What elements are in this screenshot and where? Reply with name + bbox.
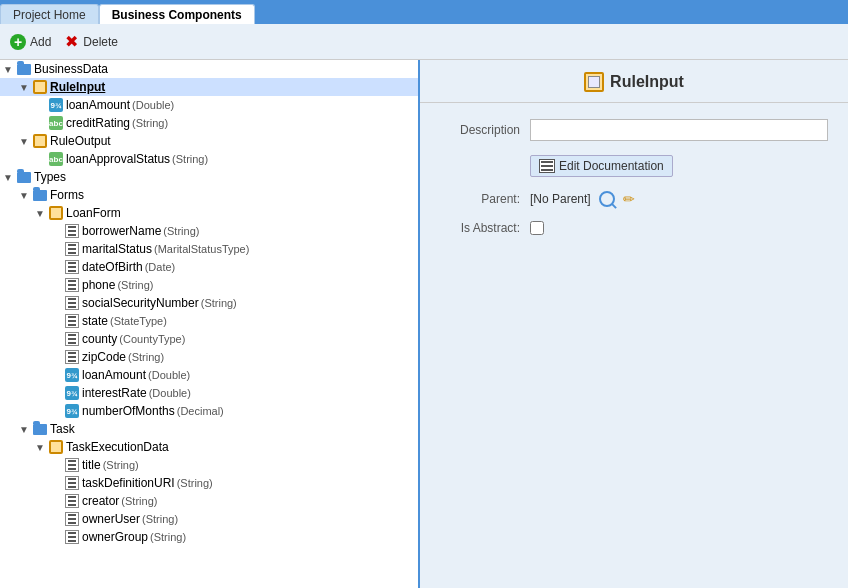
- type-label: (Double): [149, 387, 191, 399]
- type-label: (String): [201, 297, 237, 309]
- tree-node-title[interactable]: title (String): [0, 456, 418, 474]
- expander: [48, 241, 64, 257]
- tree-node-ssn[interactable]: socialSecurityNumber (String): [0, 294, 418, 312]
- type-label: (Double): [132, 99, 174, 111]
- right-panel-title: RuleInput: [610, 73, 684, 91]
- tree-node-ownergroup[interactable]: ownerGroup (String): [0, 528, 418, 546]
- expander[interactable]: ▼: [0, 169, 16, 185]
- description-input[interactable]: [530, 119, 828, 141]
- tree-node-loanamount[interactable]: 9¾ loanAmount (Double): [0, 96, 418, 114]
- node-label: loanAmount: [66, 98, 130, 112]
- node-label: taskDefinitionURI: [82, 476, 175, 490]
- description-label: Description: [440, 123, 520, 137]
- tree-node-numberofmonths[interactable]: 9¾ numberOfMonths (Decimal): [0, 402, 418, 420]
- class-icon: [32, 79, 48, 95]
- tree-node-creator[interactable]: creator (String): [0, 492, 418, 510]
- type-label: (String): [103, 459, 139, 471]
- tree-node-taskdefinitionuri[interactable]: taskDefinitionURI (String): [0, 474, 418, 492]
- expander[interactable]: ▼: [16, 79, 32, 95]
- pencil-icon[interactable]: ✏: [623, 191, 635, 207]
- tree-node-creditrating[interactable]: abc creditRating (String): [0, 114, 418, 132]
- tree-node-loanform[interactable]: ▼ LoanForm: [0, 204, 418, 222]
- tree-node-taskexecutiondata[interactable]: ▼ TaskExecutionData: [0, 438, 418, 456]
- right-panel-icon: [584, 72, 604, 92]
- tree-node-types[interactable]: ▼ Types: [0, 168, 418, 186]
- tree-node-loanapprovalstatus[interactable]: abc loanApprovalStatus (String): [0, 150, 418, 168]
- tree-node-loanamount2[interactable]: 9¾ loanAmount (Double): [0, 366, 418, 384]
- parent-row: Parent: [No Parent] ✏: [440, 191, 828, 207]
- tree-node-zipcode[interactable]: zipCode (String): [0, 348, 418, 366]
- toolbar: + Add ✖ Delete: [0, 24, 848, 60]
- node-label: creditRating: [66, 116, 130, 130]
- node-label: ownerUser: [82, 512, 140, 526]
- tab-business-components[interactable]: Business Components: [99, 4, 255, 24]
- string-icon: abc: [48, 151, 64, 167]
- node-label: numberOfMonths: [82, 404, 175, 418]
- is-abstract-checkbox[interactable]: [530, 221, 544, 235]
- tree-node-forms[interactable]: ▼ Forms: [0, 186, 418, 204]
- tree-node-ruleinput[interactable]: ▼ RuleInput: [0, 78, 418, 96]
- expander: [48, 457, 64, 473]
- tree-node-task[interactable]: ▼ Task: [0, 420, 418, 438]
- folder-blue-icon: [32, 421, 48, 437]
- add-button[interactable]: + Add: [10, 34, 51, 50]
- expander[interactable]: ▼: [16, 187, 32, 203]
- expander: [48, 223, 64, 239]
- expander: [48, 313, 64, 329]
- tree-node-county[interactable]: county (CountyType): [0, 330, 418, 348]
- type-label: (String): [177, 477, 213, 489]
- double-icon: 9¾: [48, 97, 64, 113]
- tree-node-owneruser[interactable]: ownerUser (String): [0, 510, 418, 528]
- edit-documentation-button[interactable]: Edit Documentation: [530, 155, 673, 177]
- node-label: state: [82, 314, 108, 328]
- expander: [48, 295, 64, 311]
- expander[interactable]: ▼: [32, 439, 48, 455]
- delete-icon: ✖: [63, 34, 79, 50]
- expander: [48, 331, 64, 347]
- node-label: maritalStatus: [82, 242, 152, 256]
- search-icon[interactable]: [599, 191, 615, 207]
- tree-node-dateofbirth[interactable]: dateOfBirth (Date): [0, 258, 418, 276]
- type-label: (String): [163, 225, 199, 237]
- string-icon: abc: [48, 115, 64, 131]
- expander: [32, 97, 48, 113]
- tree-node-phone[interactable]: phone (String): [0, 276, 418, 294]
- tree-node-interestrate[interactable]: 9¾ interestRate (Double): [0, 384, 418, 402]
- tree-node-state[interactable]: state (StateType): [0, 312, 418, 330]
- tree-node-ruleoutput[interactable]: ▼ RuleOutput: [0, 132, 418, 150]
- add-label: Add: [30, 35, 51, 49]
- parent-value: [No Parent]: [530, 192, 591, 206]
- tab-project-home[interactable]: Project Home: [0, 4, 99, 24]
- type-label: (String): [128, 351, 164, 363]
- expander: [48, 259, 64, 275]
- node-label: borrowerName: [82, 224, 161, 238]
- expander: [48, 403, 64, 419]
- tree-node-maritalstatus[interactable]: maritalStatus (MaritalStatusType): [0, 240, 418, 258]
- form-icon: [64, 493, 80, 509]
- expander: [48, 493, 64, 509]
- tree-panel[interactable]: ▼ BusinessData ▼ RuleInput: [0, 60, 420, 588]
- expander: [48, 529, 64, 545]
- delete-button[interactable]: ✖ Delete: [63, 34, 118, 50]
- tree-node-businessdata[interactable]: ▼ BusinessData: [0, 60, 418, 78]
- type-label: (Date): [145, 261, 176, 273]
- type-label: (String): [142, 513, 178, 525]
- expander[interactable]: ▼: [16, 421, 32, 437]
- node-label: title: [82, 458, 101, 472]
- expander[interactable]: ▼: [32, 205, 48, 221]
- node-label: BusinessData: [34, 62, 108, 76]
- expander[interactable]: ▼: [16, 133, 32, 149]
- node-label: Task: [50, 422, 75, 436]
- expander: [48, 475, 64, 491]
- folder-blue-icon: [16, 169, 32, 185]
- expander[interactable]: ▼: [0, 61, 16, 77]
- node-label: dateOfBirth: [82, 260, 143, 274]
- type-label: (String): [172, 153, 208, 165]
- expander: [32, 115, 48, 131]
- class-icon: [48, 439, 64, 455]
- tree-node-borrowername[interactable]: borrowerName (String): [0, 222, 418, 240]
- double-icon: 9¾: [64, 385, 80, 401]
- node-label: Forms: [50, 188, 84, 202]
- form-icon: [64, 511, 80, 527]
- description-row: Description: [440, 119, 828, 141]
